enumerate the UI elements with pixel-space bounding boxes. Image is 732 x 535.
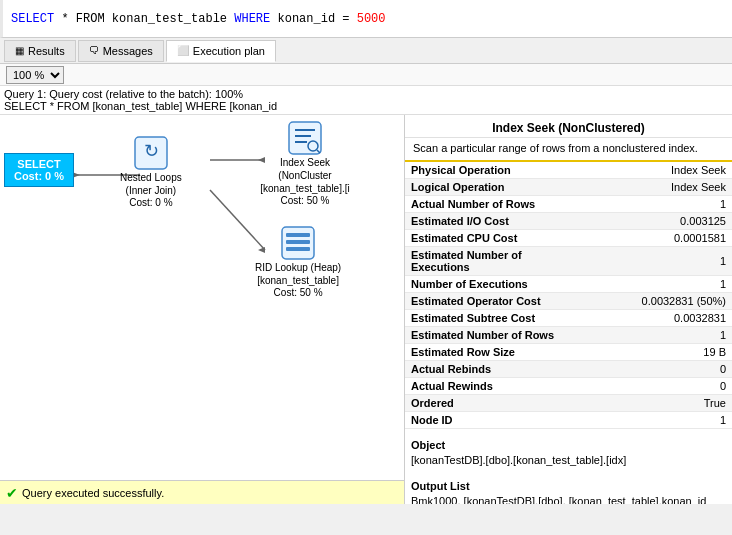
prop-label: Actual Rewinds [405,378,585,395]
prop-value: 19 B [585,344,732,361]
status-message: Query executed successfully. [22,487,164,499]
prop-value: 0.0032831 [585,310,732,327]
table-row: Estimated Subtree Cost0.0032831 [405,310,732,327]
select-node-box: SELECT Cost: 0 % [4,153,74,187]
nested-loops-cost: Cost: 0 % [129,197,172,208]
tab-bar: ▦ Results 🗨 Messages ⬜ Execution plan [0,38,732,64]
prop-label: Physical Operation [405,162,585,179]
svg-rect-16 [286,240,310,244]
prop-label: Estimated I/O Cost [405,213,585,230]
props-title: Index Seek (NonClustered) [405,115,732,138]
sql-text-2: konan_id = [277,12,349,26]
index-seek-icon [287,120,323,156]
prop-value: 1 [585,327,732,344]
prop-label: Estimated Subtree Cost [405,310,585,327]
prop-label: Estimated Number of Rows [405,327,585,344]
execution-plan-panel: SELECT Cost: 0 % ↻ Nested Loops(Inner Jo… [0,115,405,504]
rid-lookup-icon [280,225,316,261]
query-info: Query 1: Query cost (relative to the bat… [0,86,732,115]
prop-label: Estimated Number of Executions [405,247,585,276]
sql-keyword-where: WHERE [234,12,270,26]
success-icon: ✔ [6,485,18,501]
tab-execution-plan[interactable]: ⬜ Execution plan [166,40,276,62]
sql-text-1: * FROM konan_test_table [61,12,227,26]
prop-value: True [585,395,732,412]
table-row: Actual Rebinds0 [405,361,732,378]
prop-value: 1 [585,412,732,429]
rid-lookup-label: RID Lookup (Heap)[konan_test_table] [255,261,341,287]
props-object-title: Object [411,439,726,451]
sql-keyword-select: SELECT [11,12,54,26]
nested-loops-label: Nested Loops(Inner Join) [120,171,182,197]
props-output-title: Output List [411,480,726,492]
main-content: SELECT Cost: 0 % ↻ Nested Loops(Inner Jo… [0,115,732,504]
prop-label: Estimated CPU Cost [405,230,585,247]
message-icon: 🗨 [89,45,99,56]
tab-results[interactable]: ▦ Results [4,40,76,62]
tab-messages[interactable]: 🗨 Messages [78,40,164,62]
svg-text:↻: ↻ [143,141,158,161]
plan-icon: ⬜ [177,45,189,56]
index-seek-cost: Cost: 50 % [281,195,330,206]
prop-label: Ordered [405,395,585,412]
properties-panel: Index Seek (NonClustered) Scan a particu… [405,115,732,504]
select-node[interactable]: SELECT Cost: 0 % [4,153,74,187]
prop-label: Estimated Operator Cost [405,293,585,310]
prop-value: 0.0001581 [585,230,732,247]
index-seek-node[interactable]: Index Seek (NonCluster[konan_test_table]… [255,120,355,206]
sql-number: 5000 [357,12,386,26]
tab-messages-label: Messages [103,45,153,57]
prop-label: Number of Executions [405,276,585,293]
rid-lookup-cost: Cost: 50 % [274,287,323,298]
prop-value: 1 [585,247,732,276]
status-bar: ✔ Query executed successfully. [0,480,405,504]
select-cost: Cost: 0 % [13,170,65,182]
tab-execution-plan-label: Execution plan [193,45,265,57]
table-row: Logical OperationIndex Seek [405,179,732,196]
props-object-section: Object [konanTestDB].[dbo].[konan_test_t… [405,429,732,470]
prop-label: Actual Number of Rows [405,196,585,213]
props-object-value: [konanTestDB].[dbo].[konan_test_table].[… [411,453,726,468]
prop-value: Index Seek [585,162,732,179]
rid-lookup-node[interactable]: RID Lookup (Heap)[konan_test_table] Cost… [255,225,341,298]
table-row: Actual Rewinds0 [405,378,732,395]
query-info-line1: Query 1: Query cost (relative to the bat… [4,88,728,100]
index-seek-label: Index Seek (NonCluster[konan_test_table]… [255,156,355,195]
prop-value: 1 [585,196,732,213]
grid-icon: ▦ [15,45,24,56]
props-table: Physical OperationIndex SeekLogical Oper… [405,162,732,429]
table-row: Estimated Row Size19 B [405,344,732,361]
query-info-line2: SELECT * FROM [konan_test_table] WHERE [… [4,100,728,112]
table-row: Actual Number of Rows1 [405,196,732,213]
table-row: Number of Executions1 [405,276,732,293]
nested-loops-node[interactable]: ↻ Nested Loops(Inner Join) Cost: 0 % [120,135,182,208]
nested-loops-icon: ↻ [133,135,169,171]
prop-value: 0.0032831 (50%) [585,293,732,310]
table-row: Physical OperationIndex Seek [405,162,732,179]
prop-label: Node ID [405,412,585,429]
table-row: OrderedTrue [405,395,732,412]
select-label: SELECT [13,158,65,170]
tab-results-label: Results [28,45,65,57]
svg-rect-17 [286,247,310,251]
svg-rect-15 [286,233,310,237]
table-row: Estimated Operator Cost0.0032831 (50%) [405,293,732,310]
prop-value: 0 [585,361,732,378]
table-row: Node ID1 [405,412,732,429]
props-output-section: Output List Bmk1000, [konanTestDB].[dbo]… [405,470,732,504]
prop-value: 1 [585,276,732,293]
prop-value: 0 [585,378,732,395]
props-description: Scan a particular range of rows from a n… [405,138,732,162]
table-row: Estimated CPU Cost0.0001581 [405,230,732,247]
prop-value: Index Seek [585,179,732,196]
props-output-value: Bmk1000, [konanTestDB].[dbo]. [konan_tes… [411,494,726,504]
prop-label: Logical Operation [405,179,585,196]
plan-diagram: SELECT Cost: 0 % ↻ Nested Loops(Inner Jo… [0,115,404,504]
table-row: Estimated Number of Executions1 [405,247,732,276]
prop-value: 0.003125 [585,213,732,230]
zoom-select[interactable]: 50 % 75 % 100 % 125 % 150 % [6,66,64,84]
table-row: Estimated Number of Rows1 [405,327,732,344]
table-row: Estimated I/O Cost0.003125 [405,213,732,230]
prop-label: Estimated Row Size [405,344,585,361]
sql-editor[interactable]: SELECT * FROM konan_test_table WHERE kon… [0,0,732,38]
